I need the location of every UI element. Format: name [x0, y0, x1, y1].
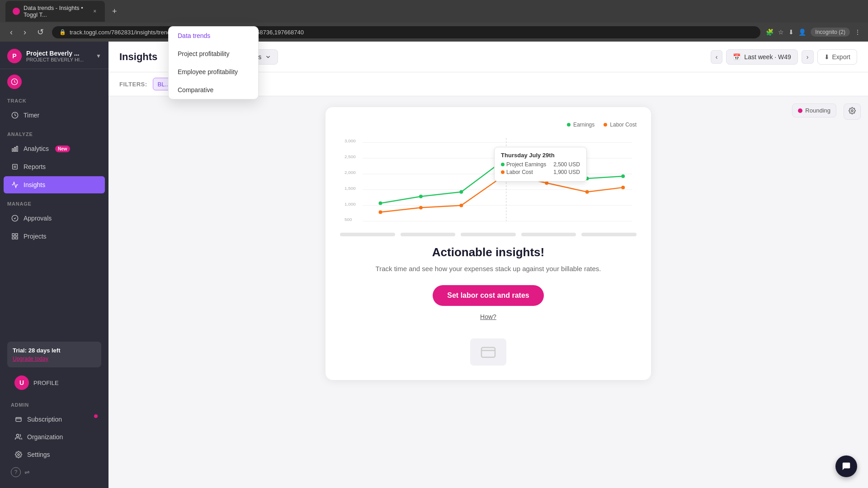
chart-tooltip: Thursday July 29th Project Earnings 2,50…: [494, 147, 587, 182]
projects-chevron-icon: [265, 54, 271, 60]
svg-rect-4: [16, 146, 18, 151]
workspace-info: Project Beverly ... PROJECT BEVERLY HI..…: [26, 50, 84, 62]
chart-svg: 3,000 2,500 2,000 1,500 1,000 500: [340, 133, 637, 224]
sidebar-item-projects[interactable]: Projects: [4, 228, 105, 245]
forward-button[interactable]: ›: [21, 26, 29, 39]
prev-week-button[interactable]: ‹: [711, 50, 723, 64]
workspace-header[interactable]: P Project Beverly ... PROJECT BEVERLY HI…: [0, 42, 108, 69]
tooltip-earnings-value: 2,500 USD: [553, 161, 580, 168]
star-icon[interactable]: ☆: [778, 28, 784, 36]
svg-point-16: [851, 110, 853, 112]
svg-point-36: [378, 202, 382, 205]
svg-rect-13: [16, 418, 21, 422]
app-container: P Project Beverly ... PROJECT BEVERLY HI…: [0, 42, 868, 488]
dropdown-item-data-trends[interactable]: Data trends: [169, 27, 258, 45]
insights-icon: [11, 181, 19, 189]
download-icon[interactable]: ⬇: [788, 28, 794, 36]
refresh-button[interactable]: ↺: [34, 25, 47, 39]
illustration: [470, 338, 506, 366]
new-tab-button[interactable]: +: [108, 5, 121, 18]
dropdown-item-employee-profitability[interactable]: Employee profitability: [169, 63, 258, 81]
profile-icon[interactable]: 👤: [798, 28, 806, 36]
back-button[interactable]: ‹: [7, 26, 15, 39]
svg-text:2,500: 2,500: [344, 154, 356, 159]
browser-tab[interactable]: Data trends - Insights • Toggl T... ×: [5, 1, 105, 22]
collapse-icon[interactable]: ⇌: [24, 469, 30, 476]
sidebar-item-profile[interactable]: U PROFILE: [7, 371, 101, 394]
svg-point-49: [621, 186, 625, 189]
gear-icon: [849, 107, 856, 114]
sidebar-item-reports[interactable]: Reports: [4, 158, 105, 175]
chat-button[interactable]: [835, 455, 857, 477]
profile-avatar: U: [14, 375, 29, 390]
overlay-description: Track time and see how your expenses sta…: [340, 265, 637, 272]
reports-icon: [11, 163, 19, 171]
address-bar[interactable]: 🔒 track.toggl.com/7862831/insights/trend…: [52, 26, 760, 38]
subscription-label: Subscription: [27, 416, 62, 423]
overlay-title: Actionable insights!: [340, 245, 637, 259]
analytics-new-badge: New: [55, 145, 70, 152]
sidebar-item-timer[interactable]: Timer: [4, 107, 105, 124]
tooltip-earnings-dot: [501, 163, 505, 166]
blurred-bar-2: [401, 233, 456, 236]
workspace-chevron-icon: ▼: [96, 53, 101, 59]
data-trends-label: Data trends: [178, 32, 210, 39]
dropdown-item-project-profitability[interactable]: Project profitability: [169, 45, 258, 63]
tooltip-row-earnings: Project Earnings 2,500 USD: [501, 161, 580, 168]
svg-rect-3: [14, 147, 16, 151]
manage-section-label: MANAGE: [0, 194, 108, 209]
how-link[interactable]: How?: [340, 313, 637, 320]
trial-box: Trial: 28 days left Upgrade today: [7, 342, 101, 367]
sidebar-item-approvals[interactable]: Approvals: [4, 210, 105, 227]
tab-title: Data trends - Insights • Toggl T...: [24, 5, 89, 18]
sidebar-item-settings[interactable]: Settings: [7, 446, 101, 463]
main-content: Insights Data trends Projects ‹ 📅 Last w…: [108, 42, 868, 488]
illustration-area: [340, 338, 637, 366]
svg-point-37: [419, 195, 423, 198]
dropdown-item-comparative[interactable]: Comparative: [169, 81, 258, 99]
menu-icon[interactable]: ⋮: [854, 28, 861, 36]
timer-label: Timer: [24, 112, 39, 119]
projects-label: Projects: [24, 233, 47, 240]
extensions-icon: 🧩: [766, 28, 774, 36]
rounding-button[interactable]: Rounding: [792, 103, 836, 117]
help-icon[interactable]: ?: [11, 467, 21, 477]
svg-rect-2: [12, 149, 14, 151]
sidebar-item-subscription[interactable]: Subscription: [7, 411, 101, 428]
sidebar-item-insights[interactable]: Insights: [4, 176, 105, 193]
svg-rect-5: [13, 164, 18, 169]
analyze-section-label: ANALYZE: [0, 124, 108, 140]
page-title: Insights: [119, 51, 157, 63]
tooltip-row-labor: Labor Cost 1,900 USD: [501, 169, 580, 175]
svg-point-15: [18, 454, 19, 455]
approvals-icon: [11, 214, 19, 222]
analytics-icon: [11, 145, 19, 153]
incognito-badge: Incognito (2): [811, 28, 850, 37]
browser-chrome: Data trends - Insights • Toggl T... × +: [0, 0, 868, 23]
sidebar-item-organization[interactable]: Organization: [7, 428, 101, 446]
analytics-label: Analytics: [24, 145, 49, 152]
chart-settings-button[interactable]: [844, 103, 861, 120]
trial-title: Trial: 28 days left: [13, 347, 96, 354]
calendar-icon: 📅: [733, 53, 741, 61]
export-label: Export: [832, 53, 850, 61]
legend-labor: Labor Cost: [604, 122, 637, 128]
close-tab-button[interactable]: ×: [92, 8, 98, 15]
legend-labor-label: Labor Cost: [610, 122, 637, 128]
sidebar-item-analytics[interactable]: Analytics New: [4, 140, 105, 157]
chart-area: 3,000 2,500 2,000 1,500 1,000 500: [340, 133, 637, 224]
chart-card: Earnings Labor Cost 3,000 2,500 2,000 1,…: [326, 107, 651, 380]
overlay-content: Actionable insights! Track time and see …: [340, 236, 637, 329]
upgrade-link[interactable]: Upgrade today: [13, 356, 96, 362]
toggl-logo: [7, 75, 22, 89]
dropdown-menu: Data trends Project profitability Employ…: [168, 26, 259, 99]
blurred-bar-3: [461, 233, 516, 236]
svg-text:500: 500: [344, 217, 352, 222]
settings-icon: [14, 450, 23, 459]
export-button[interactable]: ⬇ Export: [817, 49, 857, 65]
set-labor-button[interactable]: Set labor cost and rates: [433, 285, 543, 306]
next-week-button[interactable]: ›: [802, 50, 814, 64]
tooltip-labor-value: 1,900 USD: [553, 169, 580, 175]
svg-text:1,500: 1,500: [344, 186, 356, 191]
favicon-icon: [13, 8, 20, 15]
